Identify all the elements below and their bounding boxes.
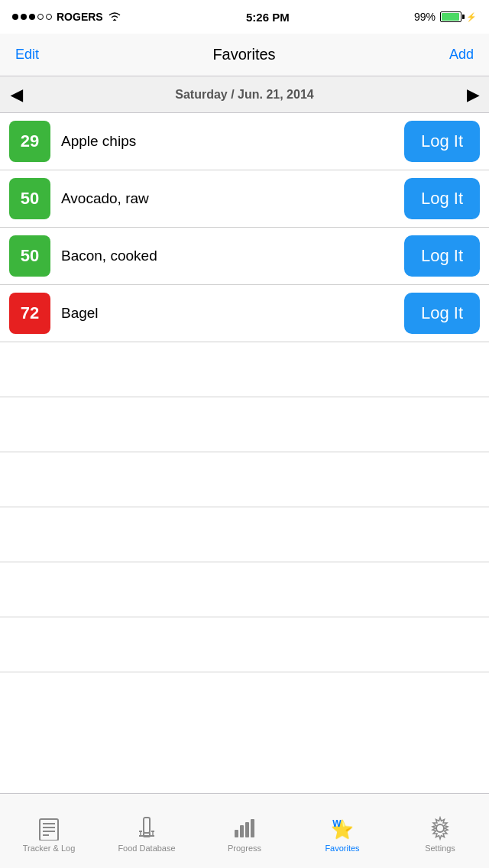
status-left: ROGERS xyxy=(12,11,121,24)
signal-strength xyxy=(12,14,52,20)
tab-settings-label: Settings xyxy=(425,844,455,853)
status-time: 5:26 PM xyxy=(246,11,290,24)
food-list: 29Apple chipsLog It50Avocado, rawLog It5… xyxy=(0,113,489,672)
current-date: Saturday / Jun. 21, 2014 xyxy=(175,88,313,102)
carrier-label: ROGERS xyxy=(57,11,103,23)
page-title: Favorites xyxy=(212,46,275,63)
edit-button[interactable]: Edit xyxy=(15,47,39,63)
prev-date-button[interactable]: ◀ xyxy=(11,86,22,104)
svg-text:W: W xyxy=(332,818,342,829)
tab-food-database-label: Food Database xyxy=(118,844,175,853)
tab-food-database[interactable]: Food Database xyxy=(98,810,196,853)
empty-row xyxy=(0,617,489,672)
date-bar: ◀ Saturday / Jun. 21, 2014 ▶ xyxy=(0,76,489,113)
signal-dot-4 xyxy=(37,14,44,20)
signal-dot-5 xyxy=(46,14,52,20)
svg-rect-5 xyxy=(144,818,150,833)
wifi-icon xyxy=(108,11,121,24)
food-name: Bacon, cooked xyxy=(50,248,404,264)
log-it-button[interactable]: Log It xyxy=(404,235,480,277)
food-item: 29Apple chipsLog It xyxy=(0,113,489,170)
log-it-button[interactable]: Log It xyxy=(404,293,480,334)
nav-bar: Edit Favorites Add xyxy=(0,34,489,76)
battery-icon xyxy=(440,11,461,22)
status-bar: ROGERS 5:26 PM 99% ⚡ xyxy=(0,0,489,34)
food-name: Bagel xyxy=(50,305,404,322)
tab-tracker-label: Tracker & Log xyxy=(23,844,76,853)
empty-row xyxy=(0,507,489,562)
log-it-button[interactable]: Log It xyxy=(404,178,480,219)
svg-rect-13 xyxy=(240,825,244,837)
food-name: Apple chips xyxy=(50,133,404,150)
food-item: 50Avocado, rawLog It xyxy=(0,170,489,228)
svg-rect-12 xyxy=(235,830,238,837)
svg-rect-0 xyxy=(40,819,58,840)
score-badge: 50 xyxy=(9,178,50,219)
food-name: Avocado, raw xyxy=(50,190,404,207)
food-item: 50Bacon, cookedLog It xyxy=(0,228,489,285)
log-it-button[interactable]: Log It xyxy=(404,121,480,162)
tab-tracker[interactable]: Tracker & Log xyxy=(0,810,98,853)
tab-bar: Tracker & Log Food Database Progress ⭐ W… xyxy=(0,793,489,868)
food-item: 72BagelLog It xyxy=(0,285,489,342)
status-right: 99% ⚡ xyxy=(414,11,477,23)
battery-percent: 99% xyxy=(414,11,436,23)
empty-row xyxy=(0,342,489,397)
signal-dot-2 xyxy=(21,14,27,20)
empty-row xyxy=(0,397,489,452)
charging-icon: ⚡ xyxy=(466,12,477,22)
tab-favorites[interactable]: ⭐ W Favorites xyxy=(293,810,391,853)
score-badge: 72 xyxy=(9,293,50,334)
score-badge: 29 xyxy=(9,121,50,162)
content-area: 29Apple chipsLog It50Avocado, rawLog It5… xyxy=(0,113,489,793)
tab-progress[interactable]: Progress xyxy=(196,810,293,853)
tab-settings[interactable]: Settings xyxy=(391,810,489,853)
signal-dot-3 xyxy=(29,14,35,20)
add-button[interactable]: Add xyxy=(449,47,474,63)
empty-row xyxy=(0,562,489,617)
signal-dot-1 xyxy=(12,14,18,20)
tab-progress-label: Progress xyxy=(228,844,261,853)
score-badge: 50 xyxy=(9,235,50,277)
empty-row xyxy=(0,452,489,507)
svg-rect-14 xyxy=(245,822,249,837)
next-date-button[interactable]: ▶ xyxy=(467,86,478,104)
svg-rect-15 xyxy=(251,819,254,837)
tab-favorites-label: Favorites xyxy=(325,844,359,853)
svg-point-18 xyxy=(436,824,444,832)
